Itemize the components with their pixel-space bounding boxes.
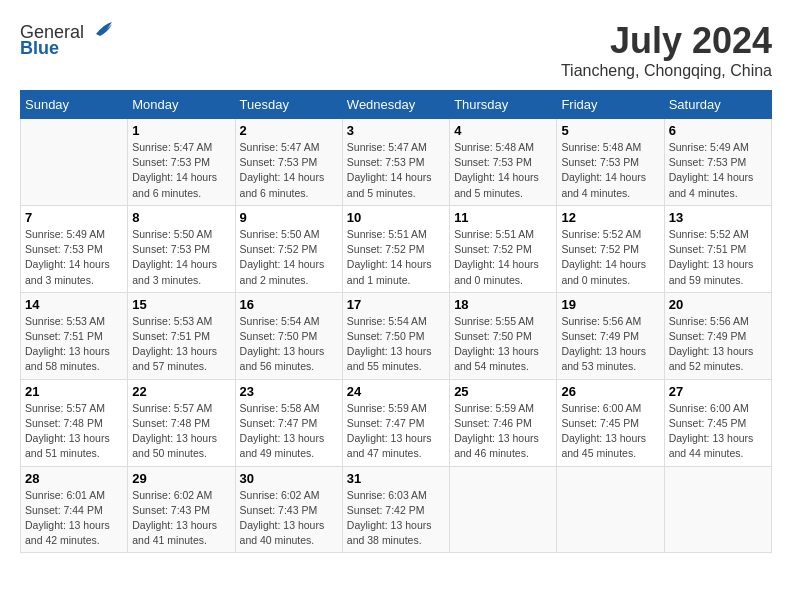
day-info: Sunrise: 6:03 AM Sunset: 7:42 PM Dayligh… [347, 488, 445, 549]
day-info: Sunrise: 6:00 AM Sunset: 7:45 PM Dayligh… [669, 401, 767, 462]
header-cell-tuesday: Tuesday [235, 91, 342, 119]
day-number: 3 [347, 123, 445, 138]
day-number: 21 [25, 384, 123, 399]
day-number: 28 [25, 471, 123, 486]
calendar-cell: 30Sunrise: 6:02 AM Sunset: 7:43 PM Dayli… [235, 466, 342, 553]
day-info: Sunrise: 5:59 AM Sunset: 7:47 PM Dayligh… [347, 401, 445, 462]
calendar-cell: 12Sunrise: 5:52 AM Sunset: 7:52 PM Dayli… [557, 205, 664, 292]
day-number: 25 [454, 384, 552, 399]
calendar-cell: 26Sunrise: 6:00 AM Sunset: 7:45 PM Dayli… [557, 379, 664, 466]
calendar-week-row: 1Sunrise: 5:47 AM Sunset: 7:53 PM Daylig… [21, 119, 772, 206]
calendar-cell: 15Sunrise: 5:53 AM Sunset: 7:51 PM Dayli… [128, 292, 235, 379]
day-number: 15 [132, 297, 230, 312]
calendar-cell: 5Sunrise: 5:48 AM Sunset: 7:53 PM Daylig… [557, 119, 664, 206]
title-block: July 2024 Tiancheng, Chongqing, China [561, 20, 772, 80]
calendar-cell: 24Sunrise: 5:59 AM Sunset: 7:47 PM Dayli… [342, 379, 449, 466]
day-number: 9 [240, 210, 338, 225]
calendar-cell: 2Sunrise: 5:47 AM Sunset: 7:53 PM Daylig… [235, 119, 342, 206]
day-number: 24 [347, 384, 445, 399]
day-info: Sunrise: 5:56 AM Sunset: 7:49 PM Dayligh… [669, 314, 767, 375]
day-number: 19 [561, 297, 659, 312]
calendar-cell: 31Sunrise: 6:03 AM Sunset: 7:42 PM Dayli… [342, 466, 449, 553]
calendar-week-row: 21Sunrise: 5:57 AM Sunset: 7:48 PM Dayli… [21, 379, 772, 466]
calendar-table: SundayMondayTuesdayWednesdayThursdayFrid… [20, 90, 772, 553]
calendar-cell: 17Sunrise: 5:54 AM Sunset: 7:50 PM Dayli… [342, 292, 449, 379]
calendar-week-row: 28Sunrise: 6:01 AM Sunset: 7:44 PM Dayli… [21, 466, 772, 553]
calendar-cell: 1Sunrise: 5:47 AM Sunset: 7:53 PM Daylig… [128, 119, 235, 206]
day-info: Sunrise: 5:47 AM Sunset: 7:53 PM Dayligh… [132, 140, 230, 201]
calendar-header: SundayMondayTuesdayWednesdayThursdayFrid… [21, 91, 772, 119]
day-number: 10 [347, 210, 445, 225]
day-number: 5 [561, 123, 659, 138]
day-info: Sunrise: 6:00 AM Sunset: 7:45 PM Dayligh… [561, 401, 659, 462]
day-info: Sunrise: 6:02 AM Sunset: 7:43 PM Dayligh… [240, 488, 338, 549]
header-cell-wednesday: Wednesday [342, 91, 449, 119]
header-cell-saturday: Saturday [664, 91, 771, 119]
calendar-cell: 4Sunrise: 5:48 AM Sunset: 7:53 PM Daylig… [450, 119, 557, 206]
day-info: Sunrise: 6:02 AM Sunset: 7:43 PM Dayligh… [132, 488, 230, 549]
day-number: 1 [132, 123, 230, 138]
calendar-cell: 8Sunrise: 5:50 AM Sunset: 7:53 PM Daylig… [128, 205, 235, 292]
day-number: 23 [240, 384, 338, 399]
day-info: Sunrise: 5:50 AM Sunset: 7:52 PM Dayligh… [240, 227, 338, 288]
calendar-body: 1Sunrise: 5:47 AM Sunset: 7:53 PM Daylig… [21, 119, 772, 553]
day-number: 26 [561, 384, 659, 399]
calendar-week-row: 14Sunrise: 5:53 AM Sunset: 7:51 PM Dayli… [21, 292, 772, 379]
day-number: 12 [561, 210, 659, 225]
header-cell-thursday: Thursday [450, 91, 557, 119]
day-info: Sunrise: 5:48 AM Sunset: 7:53 PM Dayligh… [454, 140, 552, 201]
day-info: Sunrise: 5:59 AM Sunset: 7:46 PM Dayligh… [454, 401, 552, 462]
header-cell-friday: Friday [557, 91, 664, 119]
calendar-cell: 18Sunrise: 5:55 AM Sunset: 7:50 PM Dayli… [450, 292, 557, 379]
day-number: 30 [240, 471, 338, 486]
day-info: Sunrise: 5:53 AM Sunset: 7:51 PM Dayligh… [25, 314, 123, 375]
day-number: 18 [454, 297, 552, 312]
day-info: Sunrise: 5:55 AM Sunset: 7:50 PM Dayligh… [454, 314, 552, 375]
logo-bird-icon [86, 16, 114, 44]
day-info: Sunrise: 6:01 AM Sunset: 7:44 PM Dayligh… [25, 488, 123, 549]
day-number: 7 [25, 210, 123, 225]
day-info: Sunrise: 5:54 AM Sunset: 7:50 PM Dayligh… [240, 314, 338, 375]
day-info: Sunrise: 5:47 AM Sunset: 7:53 PM Dayligh… [347, 140, 445, 201]
calendar-cell: 16Sunrise: 5:54 AM Sunset: 7:50 PM Dayli… [235, 292, 342, 379]
day-info: Sunrise: 5:53 AM Sunset: 7:51 PM Dayligh… [132, 314, 230, 375]
calendar-cell [21, 119, 128, 206]
day-info: Sunrise: 5:52 AM Sunset: 7:51 PM Dayligh… [669, 227, 767, 288]
day-number: 11 [454, 210, 552, 225]
calendar-cell: 19Sunrise: 5:56 AM Sunset: 7:49 PM Dayli… [557, 292, 664, 379]
day-info: Sunrise: 5:47 AM Sunset: 7:53 PM Dayligh… [240, 140, 338, 201]
header-cell-sunday: Sunday [21, 91, 128, 119]
main-title: July 2024 [561, 20, 772, 62]
day-info: Sunrise: 5:50 AM Sunset: 7:53 PM Dayligh… [132, 227, 230, 288]
subtitle: Tiancheng, Chongqing, China [561, 62, 772, 80]
day-number: 2 [240, 123, 338, 138]
day-number: 20 [669, 297, 767, 312]
day-info: Sunrise: 5:51 AM Sunset: 7:52 PM Dayligh… [454, 227, 552, 288]
day-info: Sunrise: 5:48 AM Sunset: 7:53 PM Dayligh… [561, 140, 659, 201]
day-number: 13 [669, 210, 767, 225]
calendar-cell: 11Sunrise: 5:51 AM Sunset: 7:52 PM Dayli… [450, 205, 557, 292]
day-info: Sunrise: 5:51 AM Sunset: 7:52 PM Dayligh… [347, 227, 445, 288]
day-info: Sunrise: 5:56 AM Sunset: 7:49 PM Dayligh… [561, 314, 659, 375]
calendar-cell: 7Sunrise: 5:49 AM Sunset: 7:53 PM Daylig… [21, 205, 128, 292]
calendar-cell: 29Sunrise: 6:02 AM Sunset: 7:43 PM Dayli… [128, 466, 235, 553]
day-number: 14 [25, 297, 123, 312]
calendar-cell: 20Sunrise: 5:56 AM Sunset: 7:49 PM Dayli… [664, 292, 771, 379]
calendar-cell: 23Sunrise: 5:58 AM Sunset: 7:47 PM Dayli… [235, 379, 342, 466]
day-info: Sunrise: 5:54 AM Sunset: 7:50 PM Dayligh… [347, 314, 445, 375]
calendar-week-row: 7Sunrise: 5:49 AM Sunset: 7:53 PM Daylig… [21, 205, 772, 292]
calendar-cell: 10Sunrise: 5:51 AM Sunset: 7:52 PM Dayli… [342, 205, 449, 292]
day-number: 31 [347, 471, 445, 486]
day-info: Sunrise: 5:58 AM Sunset: 7:47 PM Dayligh… [240, 401, 338, 462]
calendar-cell: 25Sunrise: 5:59 AM Sunset: 7:46 PM Dayli… [450, 379, 557, 466]
logo-blue-text: Blue [20, 38, 59, 59]
calendar-cell: 22Sunrise: 5:57 AM Sunset: 7:48 PM Dayli… [128, 379, 235, 466]
day-info: Sunrise: 5:49 AM Sunset: 7:53 PM Dayligh… [669, 140, 767, 201]
day-info: Sunrise: 5:57 AM Sunset: 7:48 PM Dayligh… [25, 401, 123, 462]
day-number: 4 [454, 123, 552, 138]
logo: General Blue [20, 20, 114, 59]
day-number: 8 [132, 210, 230, 225]
header-row: SundayMondayTuesdayWednesdayThursdayFrid… [21, 91, 772, 119]
day-info: Sunrise: 5:49 AM Sunset: 7:53 PM Dayligh… [25, 227, 123, 288]
calendar-cell: 27Sunrise: 6:00 AM Sunset: 7:45 PM Dayli… [664, 379, 771, 466]
